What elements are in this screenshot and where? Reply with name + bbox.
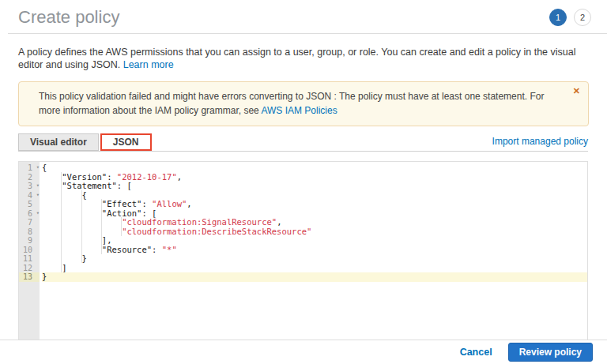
- code-token: :: [141, 199, 152, 208]
- indent-guides: [42, 199, 102, 208]
- gutter-line-number: 6▾: [19, 209, 40, 219]
- indent-guides: [42, 190, 82, 200]
- tab-visual-editor[interactable]: Visual editor: [18, 133, 99, 151]
- intro-text: A policy defines the AWS permissions tha…: [18, 46, 589, 71]
- gutter-line-number: 9: [19, 236, 40, 246]
- tab-json[interactable]: JSON: [100, 133, 152, 151]
- code-token: ,: [177, 172, 182, 182]
- code-token-string: "Allow": [152, 199, 187, 208]
- gutter-line-number: 4▾: [19, 191, 40, 201]
- code-line: }: [42, 272, 587, 282]
- gutter-line-number: 7: [19, 218, 40, 227]
- editor-code-area[interactable]: { "Version": "2012-10-17", "Statement": …: [40, 162, 587, 355]
- code-token: ,: [187, 199, 191, 208]
- fold-caret-icon[interactable]: ▾: [36, 163, 40, 173]
- gutter-line-number: 3▾: [19, 182, 40, 191]
- fold-caret-icon[interactable]: ▾: [36, 209, 40, 219]
- indent-guides: [42, 227, 122, 236]
- import-managed-policy-link[interactable]: Import managed policy: [492, 133, 588, 147]
- code-token: ]: [62, 263, 66, 272]
- indent-guides: [42, 181, 62, 190]
- indent-guides: [42, 253, 82, 263]
- indent-guides: [42, 217, 122, 227]
- indent-guides: [42, 208, 102, 218]
- code-token: {: [82, 190, 87, 200]
- indent-guides: [42, 245, 102, 254]
- json-policy-editor[interactable]: 1▾23▾4▾56▾78910111213 { "Version": "2012…: [18, 161, 588, 355]
- code-token: "Statement": [62, 181, 117, 190]
- cancel-button[interactable]: Cancel: [460, 347, 492, 358]
- code-token: : [: [117, 181, 132, 190]
- gutter-line-number: 11: [19, 254, 40, 264]
- code-token: ,: [277, 217, 281, 227]
- code-token: "Effect": [102, 199, 142, 208]
- code-line: ]: [42, 264, 587, 273]
- code-token: ],: [102, 235, 112, 245]
- review-policy-button[interactable]: Review policy: [508, 343, 593, 362]
- step-indicators: 12: [549, 7, 591, 26]
- learn-more-link[interactable]: Learn more: [123, 59, 174, 70]
- page-header: Create policy 12: [0, 0, 607, 28]
- code-token: }: [82, 253, 87, 263]
- gutter-line-number: 13: [19, 272, 40, 282]
- tab-bar: Visual editor JSON Import managed policy: [18, 133, 588, 152]
- create-policy-page: Create policy 12 A policy defines the AW…: [0, 0, 607, 364]
- code-token-string: "*": [162, 245, 177, 254]
- code-token: "Version": [62, 172, 107, 182]
- code-token: : [: [141, 208, 156, 218]
- gutter-line-number: 5: [19, 200, 40, 209]
- step-1: 1: [549, 9, 567, 26]
- editor-gutter: 1▾23▾4▾56▾78910111213: [19, 162, 40, 355]
- code-token-string: "cloudformation:DescribeStackResource": [122, 227, 311, 236]
- header-divider: [8, 33, 607, 34]
- code-token: "Resource": [102, 245, 152, 254]
- code-line: "Statement": [: [42, 182, 587, 191]
- indent-guides: [42, 263, 62, 272]
- code-line: "cloudformation:DescribeStackResource": [42, 227, 587, 237]
- footer-bar: Cancel Review policy: [0, 340, 607, 364]
- intro-description: A policy defines the AWS permissions tha…: [18, 47, 576, 70]
- code-token: "Action": [102, 208, 142, 218]
- indent-guides: [42, 235, 102, 245]
- close-icon[interactable]: ✕: [573, 86, 580, 96]
- code-line: }: [42, 254, 587, 264]
- indent-guides: [42, 172, 62, 182]
- code-token-string: "2012-10-17": [117, 172, 177, 182]
- page-title: Create policy: [18, 7, 119, 28]
- gutter-line-number: 2: [19, 173, 40, 182]
- step-2: 2: [574, 9, 591, 26]
- code-token: }: [42, 272, 47, 281]
- code-token: :: [107, 172, 117, 182]
- gutter-line-number: 10: [19, 246, 40, 255]
- code-line: "Resource": "*": [42, 246, 587, 255]
- aws-iam-policies-link[interactable]: AWS IAM Policies: [261, 105, 337, 116]
- gutter-line-number: 12: [19, 264, 40, 273]
- gutter-line-number: 1▾: [19, 163, 40, 173]
- validation-alert: This policy validation failed and might …: [18, 81, 589, 126]
- code-token-string: "cloudformation:SignalResource": [122, 217, 277, 227]
- code-token: :: [152, 245, 162, 254]
- code-token: {: [42, 163, 47, 172]
- fold-caret-icon[interactable]: ▾: [36, 191, 40, 201]
- fold-caret-icon[interactable]: ▾: [36, 182, 40, 191]
- gutter-line-number: 8: [19, 227, 40, 237]
